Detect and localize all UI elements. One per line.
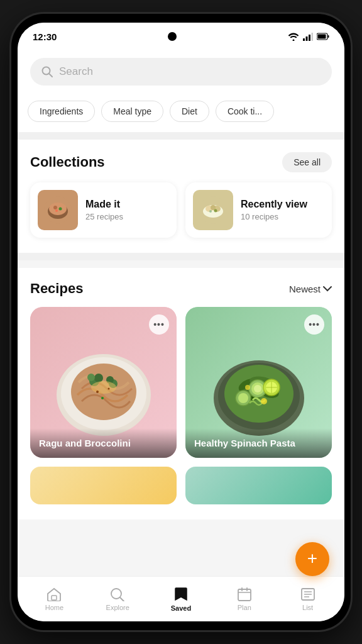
bottom-cards-row [30,467,332,504]
svg-point-31 [96,391,99,393]
svg-rect-0 [303,38,305,41]
nav-item-home[interactable]: Home [23,584,86,615]
filter-chips: Ingredients Meal type Diet Cook ti... [18,96,344,132]
search-icon [41,66,53,77]
recipes-grid: ••• Ragu and Broccolini [30,307,332,458]
recipe-name-spinach: Healthy Spinach Pasta [194,437,323,450]
svg-point-21 [214,209,217,213]
phone-screen: 12:30 [18,23,344,621]
status-bar: 12:30 [18,23,344,50]
svg-point-30 [91,381,116,394]
recipes-header: Recipes Newest [30,280,332,297]
svg-point-19 [211,205,216,210]
camera-notch [168,32,177,41]
svg-point-32 [107,388,109,390]
status-time: 12:30 [33,31,57,42]
status-icons [288,32,329,41]
nav-label-list: List [302,604,313,611]
recipes-title: Recipes [30,280,83,297]
recipe-card-spinach-pasta[interactable]: ••• Healthy Spinach Pasta [185,307,332,458]
scroll-content: Search Ingredients Meal type Diet Cook t… [18,50,344,576]
chevron-down-icon [323,286,332,292]
svg-rect-5 [328,35,329,38]
recipe-more-menu-ragu[interactable]: ••• [149,314,169,335]
svg-rect-53 [52,596,57,600]
recipe-card-partial-2[interactable] [185,467,332,504]
collection-info-made-it: Made it 25 recipes [85,199,169,221]
battery-icon [317,33,329,40]
search-placeholder: Search [59,65,93,78]
plus-icon: + [307,550,317,567]
filter-chip-diet[interactable]: Diet [170,101,209,122]
divider-1 [18,132,344,140]
nav-item-list[interactable]: List [276,584,339,615]
recipe-info-spinach: Healthy Spinach Pasta [185,428,332,458]
recipe-more-menu-spinach[interactable]: ••• [304,314,324,335]
nav-item-explore[interactable]: Explore [86,584,150,615]
recipe-name-ragu: Ragu and Broccolini [39,437,168,450]
nav-label-saved: Saved [171,604,191,612]
svg-point-14 [55,209,58,212]
nav-label-plan: Plan [238,604,251,611]
svg-point-44 [254,385,261,392]
bottom-nav: Home Explore Saved [18,576,344,621]
svg-rect-1 [306,36,308,41]
plan-icon [237,587,252,601]
svg-point-46 [238,393,248,403]
explore-icon [110,587,125,601]
svg-point-20 [209,210,212,213]
collections-grid: Made it 25 recipes [30,182,332,238]
collection-card-made-it[interactable]: Made it 25 recipes [30,182,177,238]
svg-point-26 [94,374,103,382]
svg-point-52 [245,385,250,390]
recipe-card-ragu[interactable]: ••• Ragu and Broccolini [30,307,177,458]
collection-info-recently-viewed: Recently view 10 recipes [241,199,324,221]
svg-point-11 [49,203,67,215]
collections-title: Collections [30,154,105,170]
nav-label-home: Home [45,604,63,611]
nav-label-explore: Explore [106,604,129,611]
collection-name-recently-viewed: Recently view [241,199,324,210]
recipe-card-partial-1[interactable] [30,467,177,504]
signal-icon [303,32,313,41]
filter-chip-meal-type[interactable]: Meal type [101,101,163,122]
divider-2 [18,253,344,260]
svg-point-12 [53,206,57,209]
collection-image-made-it [38,190,78,230]
svg-point-13 [59,208,62,211]
recipes-section: Recipes Newest [18,268,344,519]
phone-frame: 12:30 [11,14,351,630]
svg-line-55 [120,597,124,601]
svg-rect-2 [309,35,310,41]
recipe-info-ragu: Ragu and Broccolini [30,428,177,458]
search-bar[interactable]: Search [30,58,332,86]
svg-point-33 [101,397,104,399]
home-icon [47,587,62,601]
search-section: Search [18,50,344,96]
nav-item-plan[interactable]: Plan [212,584,276,615]
collection-image-recently-viewed [193,190,233,230]
svg-rect-3 [312,33,314,41]
svg-rect-6 [318,35,326,39]
collection-count-made-it: 25 recipes [85,212,169,221]
add-recipe-button[interactable]: + [295,542,329,576]
saved-icon [174,587,188,602]
see-all-button[interactable]: See all [282,152,332,172]
collection-card-recently-viewed[interactable]: Recently view 10 recipes [185,182,332,238]
nav-item-saved[interactable]: Saved [150,583,213,616]
collections-section: Collections See all [18,140,344,253]
collection-name-made-it: Made it [85,199,169,210]
svg-line-8 [49,74,52,77]
sort-button[interactable]: Newest [289,284,332,294]
list-icon [300,587,315,601]
svg-point-51 [261,398,267,404]
filter-chip-cook-time[interactable]: Cook ti... [216,101,274,122]
collection-count-recently-viewed: 10 recipes [241,212,324,221]
svg-point-27 [87,374,95,381]
wifi-icon [288,32,299,41]
svg-rect-56 [238,589,251,601]
collections-header: Collections See all [30,152,332,172]
filter-chip-ingredients[interactable]: Ingredients [28,101,95,122]
